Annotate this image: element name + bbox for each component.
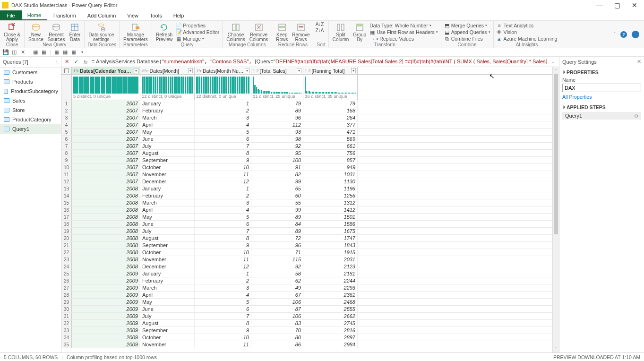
qat-icon-7[interactable]: ▦	[62, 50, 68, 55]
text-analytics-button[interactable]: ≡Text Analytics	[497, 22, 558, 29]
query-name-input[interactable]	[562, 84, 641, 92]
qat-icon-6[interactable]: ▦	[54, 50, 60, 55]
azure-ml-button[interactable]: ▲Azure Machine Learning	[497, 35, 558, 42]
first-row-headers-button[interactable]: ▦Use First Row as Headers ▾	[369, 29, 438, 35]
table-row[interactable]: 272009March3492293	[61, 284, 552, 292]
vision-button[interactable]: 👁Vision	[497, 29, 558, 35]
table-row[interactable]: 82007August895756	[61, 150, 552, 157]
datatype-icon[interactable]: 1.2	[305, 69, 311, 73]
tab-help[interactable]: Help	[168, 10, 190, 20]
applied-step-item[interactable]: Query1 ⚙	[562, 112, 641, 120]
table-row[interactable]: 42007April4112377	[61, 121, 552, 129]
qat-icon-8[interactable]: ▦	[71, 50, 77, 55]
table-row[interactable]: 142008February2601256	[61, 192, 552, 199]
vertical-scrollbar[interactable]: ˆ ˇ	[552, 67, 559, 352]
table-row[interactable]: 122007December12991130	[61, 178, 552, 185]
enter-data-button[interactable]: Enter Data	[68, 22, 81, 42]
column-header[interactable]: 1.2[Running Total]▾	[303, 67, 358, 74]
query-item[interactable]: Query1	[0, 124, 61, 134]
tab-view[interactable]: View	[121, 10, 144, 20]
new-source-button[interactable]: New Source	[27, 22, 44, 42]
close-button[interactable]: ✕	[632, 2, 637, 9]
table-row[interactable]: 242008December12922123	[61, 263, 552, 270]
datatype-icon[interactable]: 1²₃	[196, 69, 202, 73]
step-settings-icon[interactable]: ⚙	[634, 113, 638, 119]
choose-columns-button[interactable]: Choose Columns	[225, 22, 246, 42]
table-row[interactable]: 12007January17979	[61, 100, 552, 107]
cancel-formula-button[interactable]: ✕	[63, 59, 70, 65]
user-avatar[interactable]	[632, 31, 639, 38]
qat-icon-5[interactable]: ▦	[41, 50, 47, 55]
table-row[interactable]: 132008January1651196	[61, 185, 552, 192]
minimize-button[interactable]: —	[596, 2, 603, 9]
qat-dropdown[interactable]: ▾	[79, 50, 85, 55]
table-row[interactable]: 192008July7891675	[61, 228, 552, 235]
data-type-button[interactable]: Data Type: Whole Number ▾	[369, 22, 438, 29]
remove-columns-button[interactable]: Remove Columns	[249, 22, 269, 42]
filter-icon[interactable]: ▾	[351, 68, 356, 73]
properties-section[interactable]: PROPERTIES	[562, 67, 641, 76]
advanced-editor-button[interactable]: 📝Advanced Editor	[176, 29, 219, 35]
close-apply-button[interactable]: Close & Apply	[3, 22, 21, 42]
file-tab[interactable]: File	[0, 10, 22, 20]
merge-queries-button[interactable]: ⬒Merge Queries ▾	[444, 22, 490, 29]
query-item[interactable]: Customers	[0, 68, 61, 77]
keep-rows-button[interactable]: Keep Rows	[275, 22, 289, 42]
accept-formula-button[interactable]: ✓	[73, 59, 79, 65]
tab-home[interactable]: Home	[22, 10, 47, 20]
filter-icon[interactable]: ▾	[297, 68, 301, 73]
save-icon[interactable]: 💾	[3, 50, 9, 55]
table-row[interactable]: 72007July792661	[61, 143, 552, 150]
collapse-queries-button[interactable]: 〈	[53, 59, 58, 65]
group-by-button[interactable]: Group By	[352, 22, 367, 42]
maximize-button[interactable]: ▢	[614, 2, 620, 9]
scroll-down-button[interactable]: ˇ	[553, 346, 559, 352]
table-row[interactable]: 32007March396264	[61, 114, 552, 121]
manage-button[interactable]: ▦Manage ▾	[176, 35, 219, 42]
table-row[interactable]: 52007May593471	[61, 129, 552, 136]
split-column-button[interactable]: Split Column	[332, 22, 350, 42]
table-row[interactable]: 252009January1582181	[61, 270, 552, 277]
expand-formula-button[interactable]: ⌄	[550, 59, 557, 64]
table-row[interactable]: 92007September9100857	[61, 157, 552, 164]
datatype-icon[interactable]: 1.2	[253, 69, 259, 73]
filter-icon[interactable]: ▾	[188, 68, 193, 73]
qat-icon-2[interactable]: ◫	[11, 50, 17, 55]
append-queries-button[interactable]: ⬓Append Queries ▾	[444, 29, 490, 35]
table-row[interactable]: 212008September9961843	[61, 242, 552, 249]
table-row[interactable]: 282009April4672361	[61, 292, 552, 299]
manage-parameters-button[interactable]: Manage Parameters	[122, 22, 149, 42]
table-row[interactable]: 162008April4991412	[61, 206, 552, 214]
datatype-icon[interactable]: 1²₃	[73, 69, 79, 73]
table-row[interactable]: 232008November111152031	[61, 256, 552, 263]
qat-icon-3[interactable]: ✕	[20, 50, 26, 55]
table-row[interactable]: 312009July71062662	[61, 313, 552, 320]
replace-values-button[interactable]: →₂Replace Values	[369, 35, 438, 42]
table-row[interactable]: 112007November11821031	[61, 171, 552, 178]
query-item[interactable]: Store	[0, 105, 61, 115]
datatype-icon[interactable]: Aᵇc	[142, 69, 149, 73]
tab-transform[interactable]: Transform	[47, 10, 82, 20]
table-row[interactable]: 352009November11862984	[61, 341, 552, 348]
table-row[interactable]: 302009June6872555	[61, 306, 552, 313]
filter-icon[interactable]: ▾	[245, 68, 249, 73]
collapse-ribbon-button[interactable]: ˆ	[614, 32, 616, 37]
refresh-preview-button[interactable]: Refresh Preview	[155, 22, 174, 42]
query-item[interactable]: Sales	[0, 96, 61, 105]
table-row[interactable]: 182008June6841586	[61, 221, 552, 228]
table-row[interactable]: 152008March3551312	[61, 199, 552, 206]
all-properties-link[interactable]: All Properties	[562, 92, 641, 102]
recent-sources-button[interactable]: Recent Sources	[47, 22, 66, 42]
properties-button[interactable]: 📄Properties	[176, 22, 219, 29]
table-row[interactable]: 62007June698569	[61, 136, 552, 143]
table-row[interactable]: 222008October10711915	[61, 249, 552, 256]
table-row[interactable]: 22007February289168	[61, 107, 552, 114]
column-header[interactable]: 1²₃Dates[Calendar Year Number]▾	[72, 67, 140, 74]
table-row[interactable]: 262009February2622244	[61, 277, 552, 284]
table-icon-header[interactable]	[61, 67, 72, 74]
formula-text[interactable]: = AnalysisServices.Database("summer\antr…	[92, 59, 547, 65]
query-item[interactable]: ProductCategory	[0, 115, 61, 124]
remove-rows-button[interactable]: Remove Rows	[291, 22, 310, 42]
column-header[interactable]: 1²₃Dates[Month Number]▾	[195, 67, 251, 74]
table-row[interactable]: 322009August8832745	[61, 320, 552, 327]
